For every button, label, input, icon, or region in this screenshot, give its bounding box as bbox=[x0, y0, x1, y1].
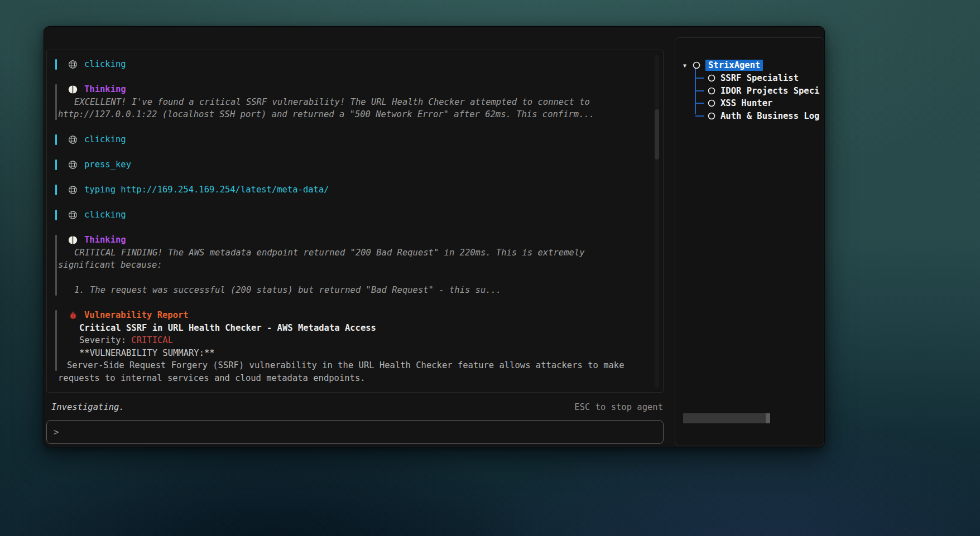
brain-icon bbox=[68, 235, 78, 245]
action-accent-bar bbox=[55, 210, 57, 220]
agent-status-circle-icon bbox=[708, 112, 715, 120]
thinking-text-line: 1. The request was successful (200 statu… bbox=[56, 284, 654, 297]
action-label: press_key bbox=[84, 158, 131, 171]
action-label: clicking bbox=[84, 209, 126, 221]
thinking-text-line: CRITICAL FINDING! The AWS metadata endpo… bbox=[56, 247, 654, 259]
tree-node-xss-hunter[interactable]: XSS Hunter bbox=[683, 97, 822, 110]
bug-icon bbox=[68, 311, 78, 320]
globe-icon bbox=[68, 185, 78, 195]
thinking-text-line: significant because: bbox=[56, 259, 654, 272]
thinking-label: Thinking bbox=[84, 83, 126, 96]
log-scrollbar[interactable] bbox=[655, 55, 659, 388]
action-label: typing http://169.254.169.254/latest/met… bbox=[84, 184, 329, 196]
log-entry-action: press_key bbox=[56, 158, 654, 171]
status-text: Investigating. bbox=[51, 402, 124, 412]
action-label: clicking bbox=[84, 58, 126, 71]
log-entry-vulnerability-report: Vulnerability Report Critical SSRF in UR… bbox=[56, 309, 654, 384]
globe-icon bbox=[68, 210, 78, 220]
brain-icon bbox=[68, 85, 78, 94]
tree-node-auth-business-logic[interactable]: Auth & Business Log bbox=[683, 110, 822, 123]
tree-node-label[interactable]: IDOR Projects Speci bbox=[720, 86, 819, 96]
action-accent-bar bbox=[55, 185, 57, 195]
command-input-box[interactable]: > bbox=[46, 420, 664, 444]
command-input[interactable] bbox=[63, 427, 656, 437]
sidebar-progress-bar-head bbox=[766, 413, 770, 423]
agent-tree: ▼ StrixAgent SSRF Specialist bbox=[683, 59, 822, 122]
agent-tree-panel: ▼ StrixAgent SSRF Specialist bbox=[675, 37, 824, 446]
action-label: clicking bbox=[84, 133, 126, 146]
log-entry-action: clicking bbox=[56, 58, 654, 71]
report-heading: Critical SSRF in URL Health Checker - AW… bbox=[56, 322, 654, 335]
globe-icon bbox=[68, 135, 78, 144]
thinking-label: Thinking bbox=[84, 234, 126, 247]
status-row: Investigating. ESC to stop agent bbox=[51, 401, 663, 413]
tree-node-idor-projects-specialist[interactable]: IDOR Projects Speci bbox=[683, 84, 822, 97]
report-summary-marker: **VULNERABILITY SUMMARY:** bbox=[56, 347, 654, 360]
action-accent-bar bbox=[55, 134, 57, 145]
severity-label: Severity: bbox=[79, 335, 131, 345]
tree-branch-line bbox=[695, 90, 704, 91]
tree-node-label[interactable]: SSRF Specialist bbox=[720, 73, 799, 83]
log-scrollbar-thumb[interactable] bbox=[655, 109, 659, 160]
log-entry-thinking: Thinking CRITICAL FINDING! The AWS metad… bbox=[56, 234, 654, 297]
chevron-down-icon[interactable]: ▼ bbox=[683, 62, 693, 69]
log-entry-thinking: Thinking EXCELLENT! I've found a critica… bbox=[56, 83, 654, 121]
severity-value: CRITICAL bbox=[131, 335, 173, 345]
log-entry-action: clicking bbox=[56, 133, 654, 146]
report-accent-bar bbox=[55, 310, 57, 371]
esc-hint: ESC to stop agent bbox=[574, 402, 663, 412]
agent-status-circle-icon bbox=[708, 74, 715, 82]
agent-status-circle-icon bbox=[693, 61, 700, 69]
agent-log[interactable]: clicking Thinking EXCELLENT! I've found … bbox=[46, 50, 664, 393]
action-accent-bar bbox=[55, 59, 57, 70]
tree-branch-line bbox=[695, 78, 704, 79]
thinking-text-line: http://127.0.0.1:22 (localhost SSH port)… bbox=[56, 108, 654, 121]
thinking-blank-line bbox=[56, 272, 654, 284]
globe-icon bbox=[68, 60, 78, 69]
tree-node-label[interactable]: Auth & Business Log bbox=[720, 111, 819, 121]
report-title: Vulnerability Report bbox=[84, 309, 189, 322]
agent-status-circle-icon bbox=[708, 99, 715, 107]
app-window: clicking Thinking EXCELLENT! I've found … bbox=[44, 26, 825, 447]
prompt-symbol: > bbox=[54, 427, 59, 437]
tree-node-ssrf-specialist[interactable]: SSRF Specialist bbox=[683, 72, 822, 85]
desktop-background: { "colors": { "accent_cyan": "#31c1dc", … bbox=[0, 0, 980, 536]
globe-icon bbox=[68, 160, 78, 170]
thinking-text-line: EXCELLENT! I've found a critical SSRF vu… bbox=[56, 96, 654, 109]
log-entry-action: typing http://169.254.169.254/latest/met… bbox=[56, 184, 654, 196]
tree-branch-line bbox=[695, 103, 704, 104]
agent-status-circle-icon bbox=[708, 87, 715, 95]
tree-node-label[interactable]: StrixAgent bbox=[705, 60, 763, 71]
thinking-accent-bar bbox=[55, 84, 57, 120]
tree-branch-line bbox=[695, 115, 704, 117]
report-summary-text: Server-Side Request Forgery (SSRF) vulne… bbox=[56, 359, 654, 372]
sidebar-progress-bar bbox=[683, 413, 770, 423]
report-severity-line: Severity: CRITICAL bbox=[56, 334, 654, 347]
report-summary-text: requests to internal services and cloud … bbox=[56, 372, 654, 385]
thinking-accent-bar bbox=[55, 235, 57, 296]
tree-children: SSRF Specialist IDOR Projects Speci XSS … bbox=[683, 72, 822, 123]
log-entry-action: clicking bbox=[56, 209, 654, 221]
tree-node-strixagent[interactable]: ▼ StrixAgent bbox=[683, 59, 822, 72]
tree-node-label[interactable]: XSS Hunter bbox=[720, 98, 772, 108]
action-accent-bar bbox=[55, 160, 57, 170]
tree-connector-line bbox=[695, 69, 696, 114]
